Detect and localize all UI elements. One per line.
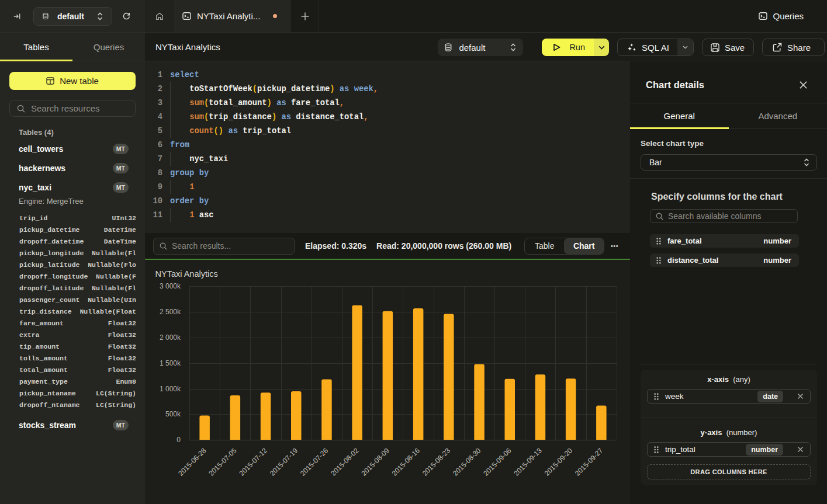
- svg-text:1 500k: 1 500k: [160, 359, 181, 367]
- svg-text:2015-06-28: 2015-06-28: [177, 446, 208, 478]
- svg-text:2015-08-30: 2015-08-30: [451, 446, 483, 478]
- svg-text:2015-07-05: 2015-07-05: [207, 446, 238, 478]
- svg-text:2015-08-02: 2015-08-02: [329, 446, 361, 478]
- svg-text:2 500k: 2 500k: [160, 308, 181, 316]
- svg-text:2015-07-12: 2015-07-12: [238, 446, 269, 478]
- svg-text:1 000k: 1 000k: [160, 385, 181, 393]
- svg-text:2015-07-19: 2015-07-19: [268, 446, 300, 478]
- svg-text:2015-07-26: 2015-07-26: [299, 446, 330, 478]
- svg-text:2015-09-13: 2015-09-13: [513, 446, 544, 478]
- svg-text:2015-09-27: 2015-09-27: [573, 446, 605, 478]
- svg-text:3 000k: 3 000k: [160, 282, 181, 290]
- svg-text:2015-08-09: 2015-08-09: [359, 446, 391, 478]
- svg-text:2015-08-16: 2015-08-16: [390, 446, 422, 478]
- svg-text:500k: 500k: [165, 410, 181, 418]
- svg-text:NYTaxi Analytics: NYTaxi Analytics: [155, 269, 218, 279]
- svg-text:0: 0: [177, 436, 181, 444]
- svg-text:2015-09-20: 2015-09-20: [543, 446, 575, 478]
- svg-text:2015-08-23: 2015-08-23: [421, 446, 452, 478]
- svg-text:2015-09-06: 2015-09-06: [482, 446, 513, 478]
- svg-text:2 000k: 2 000k: [160, 333, 181, 342]
